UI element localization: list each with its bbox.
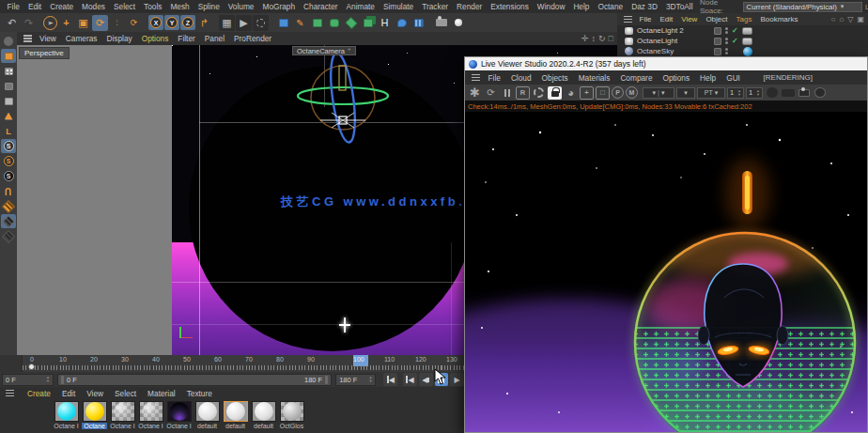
snap-magnet-icon[interactable]: U — [1, 184, 16, 198]
pan-view-icon[interactable]: ✛ — [581, 34, 589, 43]
menu-mograph[interactable]: MoGraph — [258, 2, 300, 11]
rotate-tool-icon[interactable]: ⟳ — [92, 15, 108, 31]
material-item[interactable]: default — [194, 401, 220, 429]
y-axis-lock-button[interactable]: Y — [164, 15, 179, 30]
rotate-alt-icon[interactable]: ⟳ — [126, 15, 142, 31]
light-icon[interactable] — [450, 15, 466, 31]
timeline-ruler[interactable]: 0 10 20 30 40 50 60 70 80 90 100 110 120… — [0, 355, 464, 372]
menu-3dtoall[interactable]: 3DToAll — [661, 2, 697, 11]
pick-object-icon[interactable]: M — [626, 86, 638, 99]
cube-primitive-icon[interactable] — [275, 15, 291, 31]
frame-range-slider[interactable]: 0 F 180 F — [57, 374, 332, 386]
range-end-grip[interactable] — [325, 376, 328, 384]
mat-menu-edit[interactable]: Edit — [56, 389, 81, 398]
range-start-grip[interactable] — [61, 376, 64, 384]
material-item[interactable]: Octane I — [138, 401, 163, 429]
edge-mode-icon[interactable] — [1, 79, 16, 93]
prev-key-button[interactable]: ◀ — [403, 373, 417, 386]
points-mode-icon[interactable] — [1, 64, 16, 78]
vp-menu-filter[interactable]: Filter — [173, 34, 199, 43]
menu-character[interactable]: Character — [300, 2, 342, 11]
node-space-dropdown[interactable]: Current (Standard/Physical)▾ — [743, 2, 863, 12]
om-menu-edit[interactable]: Edit — [656, 15, 677, 23]
hamburger-icon[interactable] — [472, 74, 480, 82]
add-aov-icon[interactable]: + — [580, 86, 594, 100]
array-grid-icon[interactable] — [411, 15, 426, 31]
menu-modes[interactable]: Modes — [78, 2, 110, 11]
workplane-mode-icon[interactable] — [1, 229, 16, 243]
camera-icon[interactable] — [433, 15, 449, 31]
stepper-icon[interactable]: ▲▼ — [369, 376, 373, 383]
hamburger-icon[interactable] — [624, 16, 632, 23]
mat-menu-material[interactable]: Material — [142, 389, 181, 398]
om-menu-view[interactable]: View — [677, 15, 702, 23]
menu-edit[interactable]: Edit — [23, 2, 45, 11]
stepper-icon[interactable]: ▲▼ — [46, 376, 50, 383]
lv-menu-compare[interactable]: Compare — [615, 73, 658, 83]
vp-menu-cameras[interactable]: Cameras — [61, 34, 102, 43]
mat-menu-view[interactable]: View — [81, 389, 109, 398]
prev-frame-button[interactable]: ◀ — [419, 373, 433, 386]
material-item[interactable]: Octane I — [110, 401, 135, 429]
mat-menu-create[interactable]: Create — [22, 389, 56, 398]
render-view-icon[interactable]: ▦ — [219, 15, 235, 31]
menu-daz3d[interactable]: Daz 3D — [628, 2, 662, 11]
menu-window[interactable]: Window — [533, 2, 569, 11]
playhead[interactable] — [28, 363, 35, 370]
subdivision-surface-icon[interactable] — [309, 15, 325, 31]
mat-menu-select[interactable]: Select — [109, 389, 142, 398]
x-axis-lock-button[interactable]: X — [148, 15, 163, 30]
lv-menu-options[interactable]: Options — [658, 73, 695, 83]
material-item[interactable]: default — [223, 401, 248, 429]
light-tag-icon[interactable] — [742, 27, 752, 35]
scale-tool-icon[interactable]: ▣ — [75, 15, 91, 31]
camera-toggle-icon[interactable] — [797, 86, 811, 100]
menu-tracker[interactable]: Tracker — [418, 2, 453, 11]
sphere-toggle-icon[interactable] — [765, 86, 779, 100]
menu-volume[interactable]: Volume — [224, 2, 258, 11]
material-item[interactable]: default — [251, 401, 276, 429]
vp-menu-panel[interactable]: Panel — [200, 34, 229, 43]
toggle-view-icon[interactable]: □ — [609, 34, 613, 43]
move-tool-icon[interactable]: + — [58, 15, 74, 31]
om-menu-object[interactable]: Object — [702, 15, 732, 23]
vp-menu-display[interactable]: Display — [102, 34, 137, 43]
cloner-icon[interactable] — [360, 15, 376, 31]
vp-menu-options[interactable]: Options — [137, 34, 174, 43]
lv-menu-objects[interactable]: Objects — [536, 73, 573, 83]
goto-start-button[interactable]: ◀ — [383, 373, 397, 386]
object-row-octanelight[interactable]: OctaneLight ✓ — [617, 36, 868, 46]
menu-create[interactable]: Create — [46, 2, 78, 11]
lv-menu-file[interactable]: File — [483, 73, 505, 83]
pause-render-icon[interactable] — [500, 86, 514, 100]
menu-animate[interactable]: Animate — [342, 2, 379, 11]
menu-help[interactable]: Help — [569, 2, 594, 11]
home-icon[interactable]: ⌂ — [839, 15, 844, 23]
lv-menu-gui[interactable]: GUI — [721, 73, 746, 83]
filter-icon[interactable]: ▽ — [847, 15, 853, 23]
material-item[interactable]: OctGlos — [279, 401, 304, 429]
polygon-mode-icon[interactable] — [1, 94, 16, 108]
coordinate-system-icon[interactable]: ↱ — [196, 15, 212, 31]
menu-extensions[interactable]: Extensions — [487, 2, 534, 11]
menu-render[interactable]: Render — [453, 2, 487, 11]
render-to-picture-icon[interactable]: ▶ — [236, 15, 252, 31]
search-icon[interactable]: ○ — [831, 15, 836, 23]
lv-menu-help[interactable]: Help — [695, 73, 721, 83]
om-menu-file[interactable]: File — [635, 15, 656, 23]
live-selection-icon[interactable]: ➢ — [43, 16, 57, 30]
menu-select[interactable]: Select — [109, 2, 139, 11]
pen-spline-icon[interactable]: ✎ — [292, 15, 308, 31]
zoom-view-icon[interactable]: ↕ — [592, 34, 597, 43]
om-menu-tags[interactable]: Tags — [732, 15, 756, 23]
solo-single-icon[interactable]: S — [1, 154, 16, 168]
redo-icon[interactable]: ↷ — [21, 15, 37, 31]
vp-menu-view[interactable]: View — [35, 34, 61, 43]
light-tag-icon[interactable] — [742, 38, 752, 45]
timeline-left-controls[interactable] — [0, 355, 23, 372]
tweak-mode-icon[interactable] — [1, 109, 16, 123]
enabled-check-icon[interactable]: ✓ — [732, 37, 738, 45]
model-mode-icon[interactable] — [1, 49, 16, 63]
make-editable-icon[interactable] — [1, 34, 16, 48]
viewport-empty-area[interactable] — [17, 45, 172, 355]
